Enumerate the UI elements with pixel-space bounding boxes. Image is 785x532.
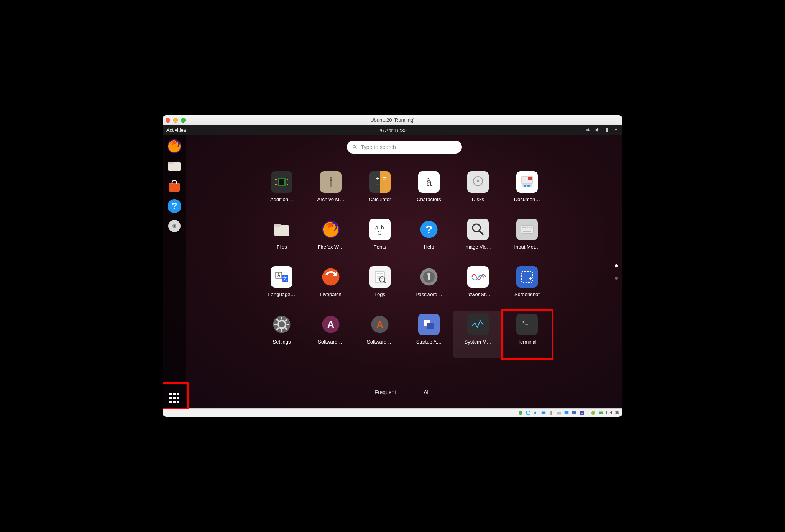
dock-wrapper: ? xyxy=(163,135,186,408)
gear-icon xyxy=(272,315,291,334)
app-help[interactable]: ?Help xyxy=(404,216,453,263)
vm-window: Ubuntu20 [Running] Activities 26 Apr 16:… xyxy=(163,115,622,417)
svg-rect-46 xyxy=(531,227,532,228)
svg-rect-42 xyxy=(522,227,524,228)
highlight-show-apps xyxy=(163,382,189,409)
clock[interactable]: 26 Apr 16:30 xyxy=(163,128,622,133)
app-label: Calculator xyxy=(369,196,391,202)
workspace-dot-1[interactable] xyxy=(615,264,618,267)
app-filter-tabs: Frequent All xyxy=(374,389,434,398)
app-livepatch[interactable]: Livepatch xyxy=(306,263,355,311)
svg-rect-89 xyxy=(572,411,576,414)
search-input[interactable] xyxy=(361,144,457,150)
tab-all[interactable]: All xyxy=(419,389,434,398)
app-firefox[interactable]: Firefox W… xyxy=(306,216,355,263)
app-label: Logs xyxy=(374,291,385,297)
app-label: Power St… xyxy=(465,291,491,297)
updater-icon: A xyxy=(370,315,389,334)
svg-point-92 xyxy=(591,411,595,415)
app-calculator[interactable]: +−=Calculator xyxy=(355,168,404,216)
calculator-icon: +−= xyxy=(372,174,388,190)
dock-files[interactable] xyxy=(166,157,183,175)
search-bar[interactable] xyxy=(347,141,462,154)
system-tray[interactable] xyxy=(586,127,619,134)
app-files[interactable]: Files xyxy=(257,216,306,263)
startup-icon xyxy=(421,317,437,332)
usb-icon[interactable] xyxy=(549,410,554,416)
dock-help[interactable]: ? xyxy=(166,197,183,215)
activities-overview: Addition… Archive M… +−=Calculator àChar… xyxy=(186,135,622,408)
app-characters[interactable]: àCharacters xyxy=(404,168,453,216)
svg-point-83 xyxy=(518,411,522,415)
dock-disc[interactable] xyxy=(166,217,183,235)
app-label: Screenshot xyxy=(514,291,540,297)
shared-folder-icon[interactable] xyxy=(556,410,562,416)
app-startup-applications[interactable]: Startup A… xyxy=(404,311,453,358)
svg-rect-10 xyxy=(279,179,284,185)
app-power-statistics[interactable]: Power St… xyxy=(453,263,503,311)
app-software-updater[interactable]: ASoftware … xyxy=(355,311,404,358)
optical-icon[interactable] xyxy=(526,410,531,416)
mouse-integration-icon[interactable] xyxy=(591,410,596,416)
svg-text:−: − xyxy=(376,182,379,188)
app-label: Input Met… xyxy=(514,244,540,250)
svg-text:+: + xyxy=(376,175,379,182)
app-document-scanner[interactable]: Documen… xyxy=(503,168,552,216)
svg-text:=: = xyxy=(383,175,386,182)
keyboard-capture-icon[interactable] xyxy=(598,410,604,416)
dock-firefox[interactable] xyxy=(166,138,183,155)
svg-point-52 xyxy=(322,268,340,286)
software-icon: A xyxy=(321,315,340,334)
svg-point-29 xyxy=(524,185,526,187)
firefox-icon xyxy=(321,220,340,239)
app-label: Settings xyxy=(273,339,291,345)
app-input-method[interactable]: Input Met… xyxy=(503,216,552,263)
livepatch-icon xyxy=(321,267,340,286)
app-software-center[interactable]: ASoftware … xyxy=(306,311,355,358)
app-passwords[interactable]: Password… xyxy=(404,263,453,311)
app-archive-manager[interactable]: Archive M… xyxy=(306,168,355,216)
activities-button[interactable]: Activities xyxy=(166,127,186,134)
chip-icon xyxy=(275,175,288,188)
audio-icon[interactable] xyxy=(533,410,539,416)
app-logs[interactable]: Logs xyxy=(355,263,404,311)
svg-point-8 xyxy=(174,225,175,227)
disc-icon xyxy=(167,218,182,234)
keyring-icon xyxy=(419,267,438,286)
recording-icon[interactable] xyxy=(572,410,577,416)
workspace-dot-2[interactable] xyxy=(615,277,618,280)
fonts-icon: abC xyxy=(372,222,388,237)
network-adapter-icon[interactable] xyxy=(541,410,546,416)
app-screenshot[interactable]: Screenshot xyxy=(503,263,552,311)
app-label: Image Vie… xyxy=(464,244,491,250)
app-label: System M… xyxy=(465,339,492,345)
app-terminal[interactable]: >_Terminal xyxy=(503,311,552,358)
app-image-viewer[interactable]: Image Vie… xyxy=(453,216,503,263)
vrde-icon[interactable]: V xyxy=(579,410,585,416)
svg-rect-2 xyxy=(168,162,174,164)
app-system-monitor[interactable]: System M… xyxy=(453,311,503,358)
power-stats-icon xyxy=(470,269,486,285)
dock: ? xyxy=(163,135,186,408)
svg-text:A: A xyxy=(277,273,280,278)
display-icon[interactable] xyxy=(564,410,569,416)
app-language-support[interactable]: A文Language… xyxy=(257,263,306,311)
hard-disk-icon[interactable] xyxy=(518,410,523,416)
host-key-label: Left ⌘ xyxy=(606,410,619,416)
app-additional-drivers[interactable]: Addition… xyxy=(257,168,306,216)
svg-point-39 xyxy=(473,224,480,232)
vm-content: Activities 26 Apr 16:30 xyxy=(163,125,622,417)
app-label: Software … xyxy=(367,339,393,345)
workspace-dots[interactable] xyxy=(615,264,618,280)
dock-software[interactable] xyxy=(166,177,183,195)
app-settings[interactable]: Settings xyxy=(257,311,306,358)
svg-rect-86 xyxy=(550,411,552,415)
app-disks[interactable]: Disks xyxy=(453,168,503,216)
app-grid: Addition… Archive M… +−=Calculator àChar… xyxy=(257,168,552,358)
app-label: Addition… xyxy=(270,196,293,202)
tab-frequent[interactable]: Frequent xyxy=(374,389,396,398)
app-fonts[interactable]: abCFonts xyxy=(355,216,404,263)
volume-icon xyxy=(595,127,600,134)
keyboard-icon xyxy=(519,222,535,237)
svg-point-84 xyxy=(526,411,530,415)
